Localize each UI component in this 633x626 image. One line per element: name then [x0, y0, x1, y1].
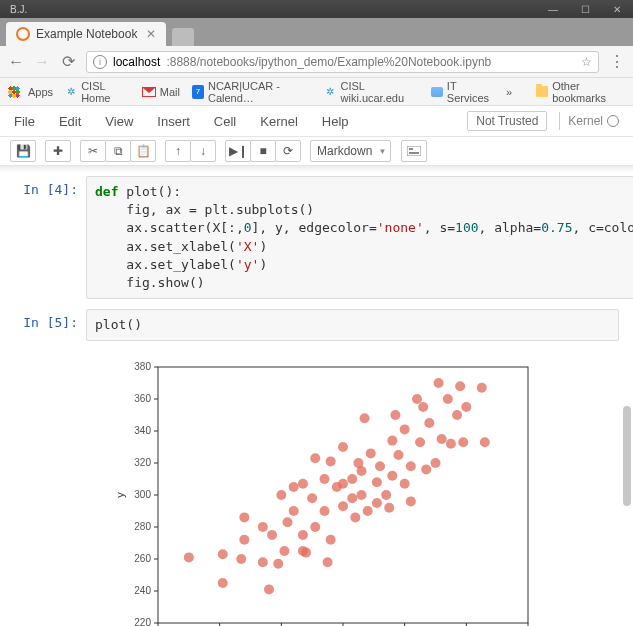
svg-point-103	[455, 382, 465, 392]
jupyter-toolbar: 💾 ✚ ✂ ⧉ 📋 ↑ ↓ ▶❙ ■ ⟳ Markdown	[0, 136, 633, 166]
command-palette-button[interactable]	[401, 140, 427, 162]
menu-edit[interactable]: Edit	[59, 114, 81, 129]
svg-point-85	[387, 471, 397, 481]
svg-point-90	[406, 462, 416, 472]
svg-text:360: 360	[134, 393, 151, 404]
svg-point-89	[400, 425, 410, 435]
svg-rect-1	[409, 148, 413, 150]
svg-point-81	[375, 462, 385, 472]
copy-button[interactable]: ⧉	[105, 140, 131, 162]
forward-button[interactable]: →	[34, 53, 50, 71]
close-tab-icon[interactable]: ✕	[146, 27, 156, 41]
svg-text:300: 300	[134, 489, 151, 500]
browser-menu-button[interactable]: ⋮	[609, 52, 625, 71]
bookmark-it-services[interactable]: IT Services	[431, 80, 494, 104]
svg-point-94	[418, 402, 428, 412]
menu-help[interactable]: Help	[322, 114, 349, 129]
save-button[interactable]: 💾	[10, 140, 36, 162]
maximize-button[interactable]: ☐	[575, 4, 595, 15]
tab-title: Example Notebook	[36, 27, 137, 41]
svg-point-104	[458, 438, 468, 448]
svg-point-41	[236, 554, 246, 564]
code-editor[interactable]: plot()	[86, 309, 619, 341]
input-prompt: In [5]:	[14, 309, 86, 341]
code-cell[interactable]: In [4]: def plot(): fig, ax = plt.subplo…	[14, 176, 619, 299]
browser-tabstrip: Example Notebook ✕	[0, 18, 633, 46]
menu-cell[interactable]: Cell	[214, 114, 236, 129]
output-area: 2345678220240260280300320340360380Xy	[86, 351, 619, 626]
new-tab-button[interactable]	[172, 28, 194, 46]
jupyter-page: File Edit View Insert Cell Kernel Help N…	[0, 106, 633, 626]
svg-point-68	[338, 479, 348, 489]
input-prompt: In [4]:	[14, 176, 86, 299]
output-prompt	[14, 351, 86, 626]
svg-text:380: 380	[134, 361, 151, 372]
restart-button[interactable]: ⟳	[275, 140, 301, 162]
bookmark-ncar[interactable]: 7NCAR|UCAR - Calend…	[192, 80, 313, 104]
other-bookmarks[interactable]: Other bookmarks	[536, 80, 625, 104]
kernel-indicator: Kernel	[568, 114, 619, 128]
svg-point-62	[320, 474, 330, 484]
folder-icon	[536, 86, 548, 97]
code-cell[interactable]: In [5]: plot()	[14, 309, 619, 341]
move-down-button[interactable]: ↓	[190, 140, 216, 162]
notebook-area[interactable]: In [4]: def plot(): fig, ax = plt.subplo…	[0, 166, 633, 626]
svg-point-91	[406, 497, 416, 507]
close-window-button[interactable]: ✕	[607, 4, 627, 15]
cut-button[interactable]: ✂	[80, 140, 106, 162]
menu-view[interactable]: View	[105, 114, 133, 129]
run-button[interactable]: ▶❙	[225, 140, 251, 162]
calendar-icon: 7	[192, 85, 204, 99]
folder-icon	[431, 87, 443, 97]
svg-text:280: 280	[134, 521, 151, 532]
svg-point-101	[446, 439, 456, 449]
svg-text:340: 340	[134, 425, 151, 436]
svg-point-98	[434, 378, 444, 388]
os-user: B.J.	[6, 4, 27, 15]
svg-point-77	[363, 506, 373, 516]
jupyter-icon	[16, 27, 30, 41]
reload-button[interactable]: ⟳	[60, 52, 76, 71]
add-cell-button[interactable]: ✚	[45, 140, 71, 162]
back-button[interactable]: ←	[8, 53, 24, 71]
paste-button[interactable]: 📋	[130, 140, 156, 162]
svg-point-99	[437, 434, 447, 444]
site-info-icon[interactable]: i	[93, 55, 107, 69]
menu-insert[interactable]: Insert	[157, 114, 190, 129]
minimize-button[interactable]: —	[543, 4, 563, 15]
bookmarks-overflow[interactable]: »	[506, 86, 512, 98]
url-host: localhost	[113, 55, 160, 69]
move-up-button[interactable]: ↑	[165, 140, 191, 162]
svg-point-45	[258, 522, 268, 532]
svg-point-60	[310, 522, 320, 532]
svg-point-102	[452, 410, 462, 420]
svg-point-53	[289, 482, 299, 492]
svg-point-92	[412, 394, 422, 404]
menu-file[interactable]: File	[14, 114, 35, 129]
interrupt-button[interactable]: ■	[250, 140, 276, 162]
celltype-select[interactable]: Markdown	[310, 140, 391, 162]
svg-point-74	[357, 466, 367, 476]
svg-point-78	[366, 449, 376, 459]
svg-point-50	[276, 490, 286, 500]
browser-tab[interactable]: Example Notebook ✕	[6, 22, 166, 46]
code-editor[interactable]: def plot(): fig, ax = plt.subplots() ax.…	[86, 176, 633, 299]
gear-icon: ✲	[324, 85, 336, 99]
bookmark-cisl-home[interactable]: ✲CISL Home	[65, 80, 130, 104]
svg-point-59	[310, 454, 320, 464]
svg-point-107	[480, 438, 490, 448]
scrollbar-thumb[interactable]	[623, 406, 631, 506]
address-bar[interactable]: i localhost:8888/notebooks/ipython_demo/…	[86, 51, 599, 73]
svg-point-106	[477, 383, 487, 393]
svg-point-49	[279, 546, 289, 556]
bookmark-star-icon[interactable]: ☆	[581, 55, 592, 69]
trust-badge[interactable]: Not Trusted	[467, 111, 547, 131]
menu-kernel[interactable]: Kernel	[260, 114, 298, 129]
apps-button[interactable]: Apps	[8, 86, 53, 98]
svg-point-87	[394, 450, 404, 460]
bookmark-mail[interactable]: Mail	[142, 86, 180, 98]
svg-rect-3	[158, 367, 528, 623]
bookmark-cisl-wiki[interactable]: ✲CISL wiki.ucar.edu	[324, 80, 418, 104]
os-titlebar: B.J. — ☐ ✕	[0, 0, 633, 18]
svg-point-83	[384, 503, 394, 513]
